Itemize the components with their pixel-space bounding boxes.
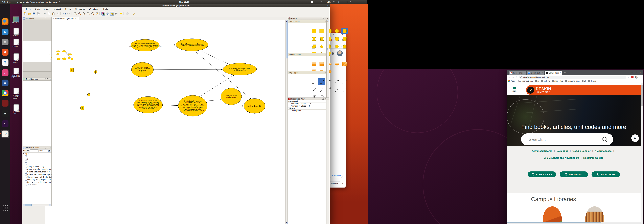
menu-tools[interactable]: Tools [62, 7, 72, 10]
node-generate[interactable]: Generate Recommender Systemfor DSVL nota… [223, 63, 256, 75]
tree-item[interactable]: Graph [23, 153, 52, 155]
profile-avatar[interactable] [635, 76, 638, 79]
new-button[interactable] [23, 12, 27, 15]
grid-button[interactable] [114, 12, 118, 15]
extension-icon[interactable]: •••| [631, 76, 634, 78]
link-a-z-databases[interactable]: A-Z Databases [594, 150, 612, 152]
link-advanced-search[interactable]: Advanced Search [532, 150, 552, 152]
dock-item-redapp[interactable] [1, 99, 9, 107]
zoom-out-button[interactable] [78, 12, 82, 15]
campus-photo-1[interactable] [543, 206, 562, 224]
dock-item-files[interactable]: ▤ [1, 38, 9, 46]
shape-rect2[interactable]: .eg{fill:none;stroke:#222;stroke-width:1… [318, 28, 325, 34]
address-bar[interactable]: https://www.deakin.edu.au/library [519, 76, 626, 79]
tree-item[interactable]: 4 [23, 163, 52, 165]
campus-photo-2[interactable] [585, 206, 604, 224]
scroll-thumb[interactable] [507, 222, 601, 224]
magic-wand-button[interactable] [132, 12, 136, 15]
shape-trap[interactable]: .eg{fill:none;stroke:#222;stroke-width:1… [341, 43, 348, 50]
edge-type-arcarrow[interactable]: .eg{fill:none;stroke:#222;stroke-width:1… [333, 78, 340, 85]
deakinsync-button[interactable]: DEAKINSYNC [560, 172, 588, 177]
menu-grouping[interactable]: Grouping [72, 7, 86, 10]
shape-octagon[interactable]: .eg{fill:none;stroke:#222;stroke-width:1… [333, 36, 340, 42]
dock-item-terminal[interactable]: >_ [1, 120, 9, 128]
reload-icon[interactable]: ↻ [516, 76, 518, 79]
panel-splitter[interactable] [22, 71, 52, 78]
tree-item[interactable]: Review recent literature on V [23, 181, 52, 184]
paste-button[interactable] [52, 12, 55, 15]
bookmark-apps[interactable]: Apps [508, 80, 514, 82]
palette-panel-header[interactable]: Palette × [288, 17, 329, 20]
edge-extend-generate[interactable] [200, 50, 229, 64]
palette-section-edge-types[interactable]: Edge Types« [288, 71, 326, 74]
dock-item-yed[interactable]: y [1, 130, 9, 138]
node-traffic[interactable]: Apply to TrafficData Platform [221, 88, 242, 105]
page-vscrollbar[interactable]: ▲ [641, 83, 643, 224]
show-all-button[interactable]: Show all [329, 181, 340, 186]
zoom-selection-button[interactable] [90, 12, 94, 15]
scroll-up-icon[interactable]: ▲ [327, 20, 329, 22]
dock-item-firefox[interactable] [1, 18, 9, 26]
bookmark-skillsets[interactable]: skillsets [541, 80, 550, 82]
link-google-scholar[interactable]: Google Scholar [572, 150, 590, 152]
edge-create-traffic[interactable] [206, 100, 221, 101]
fit-content-button[interactable] [95, 12, 99, 15]
account-avatar[interactable] [337, 50, 343, 56]
node-create[interactable]: Create Data Provenancefor Sensor Data DS… [178, 95, 207, 116]
tree-item[interactable]: Extend Recommender Syste [23, 173, 52, 176]
menu-file[interactable]: File [24, 7, 32, 10]
tree-item[interactable]: 2 [23, 158, 52, 160]
desktop-file[interactable]: watch... [12, 28, 21, 36]
system-tray[interactable]: 12% ᛒ ✕ ↯ ▼ [311, 1, 351, 3]
float-icon[interactable] [322, 98, 324, 100]
link-a-z-journals-and-newspapers[interactable]: A-Z Journals and Newspapers [544, 157, 579, 159]
filter-dropdown[interactable]: Text [38, 149, 51, 152]
show-applications-button[interactable] [1, 204, 9, 212]
close-icon[interactable]: × [49, 78, 51, 80]
palette-section-modern-nodes[interactable]: Modern Nodes« [288, 53, 326, 56]
edge-type-s3[interactable]: .eg{fill:none;stroke:#222;stroke-width:1… [333, 86, 340, 93]
dock-item-software[interactable]: A [1, 48, 9, 56]
link-resource-guides[interactable]: Resource Guides [583, 157, 604, 159]
properties-panel-header[interactable]: ✓ Properties View × [288, 97, 329, 100]
scroll-thumb[interactable] [641, 85, 643, 106]
customise-button[interactable]: ✎Customise [328, 173, 343, 178]
close-tab-icon[interactable]: × [76, 17, 78, 19]
structure-panel-header[interactable]: Structure View × [22, 146, 52, 149]
overview-panel-header[interactable]: Overview × [22, 17, 52, 20]
menu-help[interactable]: Help [100, 7, 109, 10]
float-icon[interactable] [322, 18, 324, 19]
close-icon[interactable]: × [49, 147, 51, 149]
close-tab-icon[interactable]: ✕ [560, 72, 561, 74]
menu-dots-icon[interactable]: ⋮ [639, 76, 641, 79]
modern-bevel2[interactable]: .eg{fill:none;stroke:#222;stroke-width:1… [318, 61, 325, 67]
edge-type-scurve[interactable]: .eg{fill:none;stroke:#222;stroke-width:1… [341, 78, 348, 85]
overview-minimap[interactable] [45, 45, 74, 66]
app-menu-button[interactable]: com-install4j-runtime-launcher-Launcher … [17, 1, 60, 3]
modern-bevel[interactable]: .eg{fill:none;stroke:#222;stroke-width:1… [310, 61, 318, 67]
minimize-icon[interactable]: – [632, 71, 632, 73]
node-n3[interactable]: 3 [88, 93, 90, 96]
close-icon[interactable]: × [327, 98, 328, 100]
menu-hamburger-icon[interactable] [513, 87, 516, 90]
property-group[interactable]: General [288, 100, 326, 103]
shape-wave2[interactable]: .eg{fill:none;stroke:#222;stroke-width:1… [318, 36, 325, 42]
float-icon[interactable] [45, 78, 46, 80]
undo-button[interactable] [62, 12, 66, 15]
shape-circle[interactable]: .eg{fill:none;stroke:#222;stroke-width:1… [341, 28, 348, 34]
copy-button[interactable] [47, 12, 51, 15]
pin-icon[interactable] [324, 98, 326, 100]
cut-button[interactable]: ✂ [43, 12, 47, 15]
pin-icon[interactable] [324, 18, 326, 19]
bookmark-mac-setup[interactable]: mac_setup [552, 80, 563, 82]
document-tab[interactable]: task-network.graphml * × [52, 17, 79, 20]
play-button[interactable]: ▶ [631, 134, 639, 142]
float-icon[interactable] [45, 18, 46, 19]
scroll-thumb[interactable] [25, 204, 32, 206]
dock-item-ide[interactable]: ▦ [1, 109, 9, 117]
tree-item[interactable]: <No Value> [23, 184, 52, 186]
browser-tab-1[interactable]: MInbox - anjsimmo@gmail.✕ [509, 71, 526, 75]
node-n1[interactable]: 1 [70, 68, 74, 72]
activities-button[interactable]: Activities [2, 1, 10, 3]
menu-label[interactable]: Menu [512, 91, 516, 92]
